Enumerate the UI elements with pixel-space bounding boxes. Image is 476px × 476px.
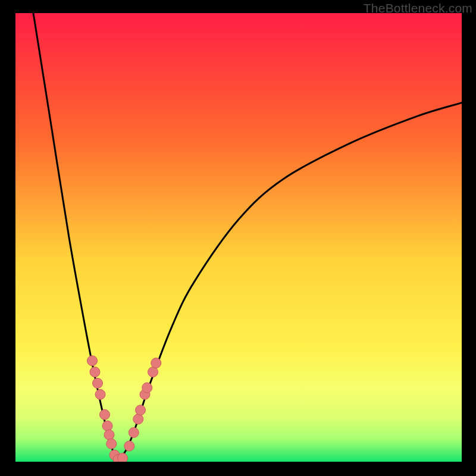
data-marker (102, 421, 112, 431)
data-marker (136, 405, 146, 415)
data-marker (151, 358, 161, 368)
data-marker (148, 367, 158, 377)
data-marker (118, 453, 128, 462)
data-marker (133, 414, 143, 424)
data-marker (93, 378, 103, 389)
data-marker (87, 356, 98, 366)
bottleneck-curve (15, 13, 462, 462)
data-marker (95, 389, 105, 399)
data-marker (104, 430, 114, 440)
curve-right-branch (118, 103, 462, 462)
data-marker (129, 427, 139, 437)
data-marker (90, 367, 100, 377)
data-marker (107, 439, 117, 449)
data-marker (142, 383, 152, 393)
watermark-text: TheBottleneck.com (364, 1, 472, 15)
data-marker (124, 441, 134, 451)
plot-area (15, 13, 462, 462)
chart-frame: TheBottleneck.com (0, 0, 476, 476)
data-marker (100, 409, 110, 419)
